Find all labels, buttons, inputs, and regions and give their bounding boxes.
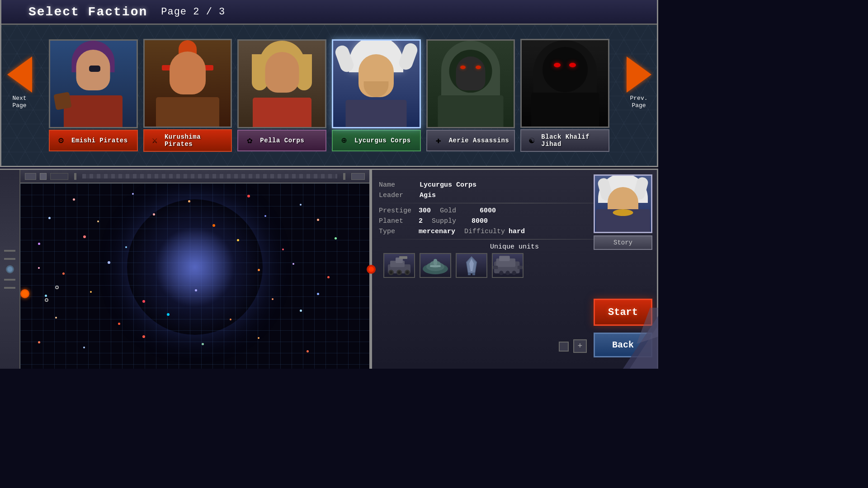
faction-icon-black: ☯ [526, 134, 538, 147]
info-leader-label: Leader [379, 192, 415, 199]
info-field-gold: Gold 6000 [440, 207, 496, 215]
svg-rect-14 [430, 265, 441, 267]
faction-btn-black[interactable]: ☯ Black Khalif Jihad [520, 129, 609, 152]
info-field-type: Type mercenary [379, 228, 455, 235]
faction-portrait-pella [237, 39, 326, 128]
svg-rect-18 [468, 272, 471, 275]
page-title: Select Faction [28, 5, 147, 19]
svg-rect-19 [472, 272, 475, 275]
toolbar-pattern [82, 174, 337, 178]
prev-page-arrow-icon [627, 56, 651, 93]
star-dot [132, 193, 134, 195]
star-dot [97, 221, 99, 222]
faction-icon-aerie: ✚ [432, 134, 445, 147]
prev-page-button[interactable]: Prev. Page [625, 56, 652, 110]
star-dot [188, 200, 190, 202]
next-page-button[interactable]: Next Page [6, 56, 33, 110]
star-dot [48, 217, 51, 219]
toolbar-segment-3 [50, 173, 68, 180]
svg-rect-24 [518, 266, 523, 269]
faction-name-emishi: Emishi Pirates [71, 137, 128, 144]
toolbar-segment-end [351, 173, 365, 180]
units-row [379, 253, 650, 278]
info-panel-accent [367, 265, 376, 274]
map-toolbar [20, 170, 369, 183]
star-dot [45, 295, 47, 297]
faction-btn-lycurgus[interactable]: ⊕ Lycurgus Corps [332, 130, 421, 151]
info-name-label: Name [379, 181, 415, 189]
header-bar: Select Faction Page 2 / 3 [1, 0, 657, 25]
bottom-section: Story Name Lycurgus Corps Leader Agis Pr… [0, 169, 658, 369]
star-dot [38, 341, 40, 343]
info-row-type-difficulty: Type mercenary Difficulty hard [379, 228, 582, 235]
faction-btn-pella[interactable]: ✿ Pella Corps [237, 130, 326, 151]
next-page-arrow-icon [7, 56, 32, 93]
faction-card-emishi[interactable]: ⚙ Emishi Pirates [49, 39, 138, 151]
info-planet-label: Planet [379, 217, 415, 225]
star-dot [247, 195, 250, 197]
faction-name-black: Black Khalif Jihad [541, 133, 604, 148]
faction-portrait-black [520, 39, 609, 128]
info-difficulty-label: Difficulty [464, 228, 505, 235]
info-type-label: Type [379, 228, 415, 235]
svg-point-26 [505, 271, 509, 275]
star-dot [83, 347, 85, 348]
toolbar-divider-2 [343, 173, 345, 180]
faction-card-aerie[interactable]: ✚ Aerie Assassins [426, 39, 515, 151]
faction-icon-pella: ✿ [243, 134, 256, 147]
svg-rect-3 [399, 256, 407, 259]
unit-icon-3 [456, 253, 487, 278]
faction-btn-emishi[interactable]: ⚙ Emishi Pirates [49, 130, 138, 151]
info-row-name: Name Lycurgus Corps [379, 181, 582, 189]
info-gold-label: Gold [440, 207, 476, 215]
map-canvas [20, 183, 369, 369]
unit-sprite-1 [386, 255, 413, 276]
faction-name-aerie: Aerie Assassins [449, 137, 509, 144]
svg-rect-23 [493, 266, 498, 269]
faction-icon-kurushima: ⚔ [149, 134, 161, 147]
deco-circle-map [6, 265, 14, 273]
page-indicator: Page 2 / 3 [161, 6, 225, 18]
toolbar-divider [74, 173, 76, 180]
story-button[interactable]: Story [594, 235, 652, 250]
info-field-difficulty: Difficulty hard [464, 228, 525, 235]
star-dot [307, 350, 309, 352]
star-dot [195, 289, 197, 291]
info-planet-value: 2 [419, 217, 423, 225]
faction-card-kurushima[interactable]: ⚔ Kurushima Pirates [143, 39, 232, 152]
deco-stripe [4, 279, 15, 281]
info-type-value: mercenary [419, 228, 455, 235]
star-dot [272, 298, 274, 300]
map-left-decoration [0, 170, 20, 369]
info-supply-label: Supply [432, 217, 468, 225]
star-dot [300, 310, 302, 312]
faction-card-lycurgus[interactable]: ⊕ Lycurgus Corps [332, 39, 421, 151]
faction-name-kurushima: Kurushima Pirates [165, 133, 226, 148]
info-supply-value: 8000 [472, 217, 488, 225]
unit-icon-2 [420, 253, 451, 278]
info-row-leader: Leader Agis [379, 192, 582, 199]
faction-card-pella[interactable]: ✿ Pella Corps [237, 39, 326, 151]
info-row-planet-supply: Planet 2 Supply 8000 [379, 217, 582, 225]
faction-icon-emishi: ⚙ [54, 134, 68, 147]
info-field-planet: Planet 2 [379, 217, 423, 225]
faction-portrait-lycurgus [332, 39, 421, 128]
faction-portrait-aerie [426, 39, 515, 128]
galaxy-spiral [127, 199, 263, 335]
star-dot [300, 204, 302, 206]
svg-point-27 [512, 271, 516, 275]
faction-btn-aerie[interactable]: ✚ Aerie Assassins [426, 130, 515, 151]
faction-btn-kurushima[interactable]: ⚔ Kurushima Pirates [143, 129, 232, 152]
info-panel: Story Name Lycurgus Corps Leader Agis Pr… [371, 169, 658, 369]
svg-point-7 [398, 271, 401, 274]
faction-card-black[interactable]: ☯ Black Khalif Jihad [520, 39, 609, 152]
info-leader-value: Agis [420, 192, 436, 199]
unit-sprite-3 [458, 255, 485, 276]
star-dot [73, 198, 75, 201]
svg-rect-22 [499, 256, 510, 261]
ship-decoration-svg [582, 308, 658, 369]
faction-icon-lycurgus: ⊕ [337, 134, 351, 147]
star-dot [212, 224, 215, 227]
info-prestige-label: Prestige [379, 207, 415, 215]
unit-icon-4 [492, 253, 524, 278]
